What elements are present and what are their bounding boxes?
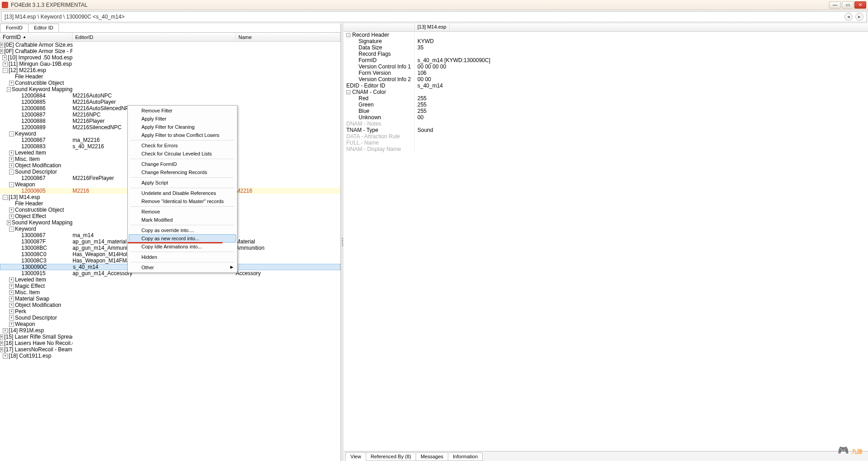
property-row[interactable]: TNAM - TypeSound <box>344 127 868 133</box>
expander-icon[interactable]: + <box>9 296 14 301</box>
expander-icon[interactable]: + <box>9 81 14 86</box>
property-row[interactable]: -Unknown00 <box>344 114 868 121</box>
tree-row[interactable]: +[16] Lasers Have No Recoil.esp <box>0 340 340 346</box>
tree-row[interactable]: File Header <box>0 73 340 80</box>
expander-icon[interactable]: + <box>0 341 3 346</box>
tab-view[interactable]: View <box>345 452 366 461</box>
nav-back-button[interactable]: ◄ <box>844 13 853 21</box>
expander-icon[interactable]: + <box>9 150 14 155</box>
property-row[interactable]: -Form Version106 <box>344 70 868 76</box>
context-menu-item[interactable]: Apply Filter for Cleaning <box>129 123 236 131</box>
context-menu-item[interactable]: Apply Script <box>129 179 236 187</box>
expander-icon[interactable]: + <box>9 157 14 162</box>
expander-icon[interactable]: - <box>9 182 14 187</box>
property-row[interactable]: -FormIDs_40_m14 [KYWD:1300090C] <box>344 57 868 63</box>
property-row[interactable]: -SignatureKYWD <box>344 38 868 44</box>
tree-row[interactable]: +Object Modification <box>0 302 340 308</box>
context-menu-item[interactable]: Hidden <box>129 253 236 261</box>
property-row[interactable]: -Green255 <box>344 102 868 108</box>
tree-row[interactable]: +Perk <box>0 308 340 315</box>
tree-row[interactable]: +[11] Minigun Gau-19B.esp <box>0 61 340 67</box>
minimize-button[interactable]: — <box>829 1 841 9</box>
expander-icon[interactable]: + <box>9 322 14 327</box>
tree-row[interactable]: 12000884M2216AutoNPC <box>0 92 340 99</box>
tree-row[interactable]: +Magic Effect <box>0 283 340 289</box>
expander-icon[interactable]: + <box>9 214 14 219</box>
context-menu-item[interactable]: Remove Filter <box>129 107 236 115</box>
context-menu-item[interactable]: Copy as override into.... <box>129 226 236 234</box>
property-row[interactable]: -CNAM - Color <box>344 89 868 95</box>
property-row[interactable]: DNAM - Notes <box>344 121 868 127</box>
column-formid[interactable]: FormID▲ <box>0 33 73 41</box>
tab-messages[interactable]: Messages <box>416 452 448 461</box>
context-menu-item[interactable]: Remove "Identical to Master" records <box>129 197 236 205</box>
tab-information[interactable]: Information <box>448 452 483 461</box>
expander-icon[interactable]: + <box>9 303 14 308</box>
context-menu-item[interactable]: Apply Filter <box>129 115 236 123</box>
expander-icon[interactable]: + <box>9 277 14 282</box>
property-row[interactable]: -Version Control Info 100 00 00 00 <box>344 63 868 70</box>
tree-row[interactable]: +[15] Laser Rifle Small Spread Beam Spli… <box>0 334 340 340</box>
expander-icon[interactable]: + <box>3 62 8 67</box>
property-row[interactable]: -Blue255 <box>344 108 868 114</box>
property-row[interactable]: FULL - Name <box>344 140 868 146</box>
expander-icon[interactable]: - <box>3 68 8 73</box>
context-menu-item[interactable]: Undelete and Disable References <box>129 189 236 197</box>
tab-editorid[interactable]: Editor ID <box>28 24 59 32</box>
tree-row[interactable]: +Constructible Object <box>0 80 340 86</box>
context-menu-item[interactable]: Check for Circular Leveled Lists <box>129 150 236 158</box>
tree-row[interactable]: +[17] LasersNoRecoil - Beam Splitters Pa… <box>0 346 340 353</box>
expander-icon[interactable]: - <box>3 195 8 200</box>
nav-forward-button[interactable]: ► <box>855 13 863 21</box>
context-menu-item[interactable]: Copy as new record into... <box>129 234 236 243</box>
expander-icon[interactable]: + <box>9 208 14 213</box>
context-menu-item[interactable]: Apply Filter to show Conflict Losers <box>129 131 236 139</box>
property-row[interactable]: -Version Control Info 200 00 <box>344 76 868 82</box>
expander-icon[interactable]: + <box>9 163 14 168</box>
tree-row[interactable]: -[12] M2216.esp <box>0 67 340 73</box>
tree-row[interactable]: 12000885M2216AutoPlayer <box>0 99 340 105</box>
tree-row[interactable]: +[18] Colt1911.esp <box>0 353 340 359</box>
record-tree[interactable]: +[0E] Craftable Armor Size.esp+[0F] Craf… <box>0 42 340 461</box>
tree-row[interactable]: +[10] Improved .50 Mod.esp <box>0 54 340 61</box>
expander-icon[interactable]: + <box>9 309 14 314</box>
property-row[interactable]: NNAM - Display Name <box>344 146 868 152</box>
context-menu-item[interactable]: Check for Errors <box>129 141 236 150</box>
context-menu-item[interactable]: Copy Idle Animations into... <box>129 243 236 251</box>
maximize-button[interactable]: ▭ <box>842 1 853 9</box>
property-row[interactable]: -Record Flags <box>344 51 868 57</box>
expander-icon[interactable]: + <box>0 335 3 340</box>
expander-icon[interactable]: + <box>9 315 14 320</box>
expander-icon[interactable]: - <box>346 33 350 37</box>
tree-row[interactable]: +Weapon <box>0 321 340 327</box>
expander-icon[interactable]: + <box>2 55 7 60</box>
expander-icon[interactable]: + <box>0 43 3 48</box>
expander-icon[interactable]: - <box>7 87 11 92</box>
tab-referenced-by[interactable]: Referenced By (8) <box>366 452 416 461</box>
expander-icon[interactable]: + <box>9 290 14 295</box>
expander-icon[interactable]: + <box>9 284 14 289</box>
tree-row[interactable]: +Sound Descriptor <box>0 315 340 321</box>
expander-icon[interactable]: - <box>346 90 350 94</box>
context-menu-item[interactable]: Remove <box>129 208 236 216</box>
expander-icon[interactable]: - <box>9 131 14 136</box>
property-row[interactable]: EDID - Editor IDs_40_m14 <box>344 82 868 89</box>
tree-row[interactable]: +[0F] Craftable Armor Size - Fix Materia… <box>0 48 340 54</box>
tree-row[interactable]: +Leveled Item <box>0 277 340 283</box>
property-row[interactable]: -Data Size35 <box>344 44 868 51</box>
context-menu-item[interactable]: Mark Modified <box>129 216 236 224</box>
expander-icon[interactable]: + <box>0 347 3 352</box>
close-button[interactable]: ✕ <box>854 1 866 9</box>
expander-icon[interactable]: - <box>9 227 14 232</box>
expander-icon[interactable]: - <box>9 170 14 175</box>
property-row[interactable]: -Record Header <box>344 32 868 38</box>
expander-icon[interactable]: + <box>7 220 11 225</box>
tree-row[interactable]: +[0E] Craftable Armor Size.esp <box>0 42 340 48</box>
property-row[interactable]: DATA - Attraction Rule <box>344 133 868 140</box>
tab-formid[interactable]: FormID <box>0 24 29 32</box>
context-menu-item[interactable]: Change Referencing Records <box>129 168 236 176</box>
property-grid[interactable]: -Record Header-SignatureKYWD-Data Size35… <box>344 32 868 451</box>
context-menu-item[interactable]: Change FormID <box>129 160 236 168</box>
tree-row[interactable]: +Material Swap <box>0 296 340 302</box>
expander-icon[interactable]: + <box>3 354 8 359</box>
